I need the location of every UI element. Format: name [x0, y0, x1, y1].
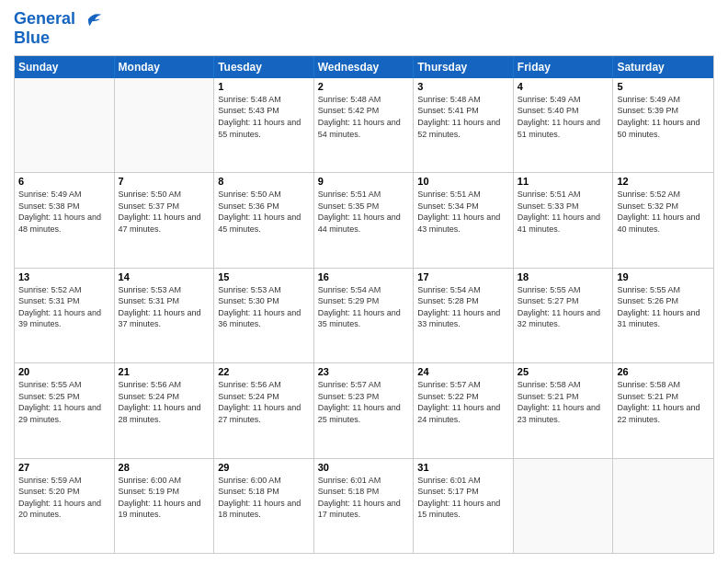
cell-info: Sunrise: 5:53 AM Sunset: 5:31 PM Dayligh… — [119, 284, 210, 330]
cal-cell: 13Sunrise: 5:52 AM Sunset: 5:31 PM Dayli… — [15, 269, 115, 362]
day-of-week-friday: Friday — [514, 56, 614, 78]
week-row-2: 13Sunrise: 5:52 AM Sunset: 5:31 PM Dayli… — [15, 269, 713, 363]
cell-info: Sunrise: 5:55 AM Sunset: 5:27 PM Dayligh… — [518, 284, 609, 330]
day-number: 18 — [518, 271, 609, 282]
logo: General Blue — [14, 9, 103, 48]
day-number: 5 — [617, 81, 710, 92]
cal-cell: 30Sunrise: 6:01 AM Sunset: 5:18 PM Dayli… — [314, 459, 415, 553]
calendar-body: 1Sunrise: 5:48 AM Sunset: 5:43 PM Daylig… — [15, 78, 713, 553]
cal-cell: 1Sunrise: 5:48 AM Sunset: 5:43 PM Daylig… — [214, 78, 314, 172]
day-number: 7 — [119, 176, 210, 187]
cal-cell: 2Sunrise: 5:48 AM Sunset: 5:42 PM Daylig… — [314, 78, 415, 172]
cell-info: Sunrise: 5:50 AM Sunset: 5:37 PM Dayligh… — [119, 189, 210, 235]
week-row-1: 6Sunrise: 5:49 AM Sunset: 5:38 PM Daylig… — [15, 173, 713, 268]
day-number: 22 — [218, 366, 310, 377]
day-of-week-thursday: Thursday — [414, 56, 514, 78]
cal-cell: 17Sunrise: 5:54 AM Sunset: 5:28 PM Dayli… — [414, 269, 514, 362]
day-number: 16 — [318, 271, 410, 282]
cell-info: Sunrise: 5:54 AM Sunset: 5:29 PM Dayligh… — [318, 284, 410, 330]
day-number: 10 — [417, 176, 509, 187]
cell-info: Sunrise: 5:48 AM Sunset: 5:42 PM Dayligh… — [318, 94, 410, 140]
cell-info: Sunrise: 5:49 AM Sunset: 5:38 PM Dayligh… — [18, 189, 110, 235]
logo-general: General — [14, 9, 75, 28]
cal-cell — [613, 459, 713, 553]
cal-cell: 23Sunrise: 5:57 AM Sunset: 5:23 PM Dayli… — [314, 363, 415, 457]
cal-cell: 24Sunrise: 5:57 AM Sunset: 5:22 PM Dayli… — [414, 363, 514, 457]
cal-cell: 5Sunrise: 5:49 AM Sunset: 5:39 PM Daylig… — [613, 78, 713, 172]
day-number: 13 — [18, 271, 110, 282]
day-number: 23 — [318, 366, 410, 377]
cal-cell: 16Sunrise: 5:54 AM Sunset: 5:29 PM Dayli… — [314, 269, 415, 362]
cell-info: Sunrise: 5:52 AM Sunset: 5:31 PM Dayligh… — [18, 284, 110, 330]
cal-cell: 9Sunrise: 5:51 AM Sunset: 5:35 PM Daylig… — [314, 173, 415, 267]
cal-cell: 10Sunrise: 5:51 AM Sunset: 5:34 PM Dayli… — [414, 173, 514, 267]
day-number: 24 — [417, 366, 509, 377]
cal-cell: 19Sunrise: 5:55 AM Sunset: 5:26 PM Dayli… — [613, 269, 713, 362]
cal-cell: 21Sunrise: 5:56 AM Sunset: 5:24 PM Dayli… — [115, 363, 215, 457]
header: General Blue — [14, 9, 714, 48]
day-number: 8 — [218, 176, 310, 187]
day-number: 15 — [218, 271, 310, 282]
cell-info: Sunrise: 6:01 AM Sunset: 5:18 PM Dayligh… — [318, 475, 410, 521]
day-number: 4 — [518, 81, 609, 92]
cell-info: Sunrise: 5:49 AM Sunset: 5:40 PM Dayligh… — [518, 94, 609, 140]
day-number: 29 — [218, 462, 310, 473]
cell-info: Sunrise: 5:51 AM Sunset: 5:33 PM Dayligh… — [518, 189, 609, 235]
cell-info: Sunrise: 5:51 AM Sunset: 5:34 PM Dayligh… — [417, 189, 509, 235]
cell-info: Sunrise: 5:57 AM Sunset: 5:22 PM Dayligh… — [417, 379, 509, 425]
day-number: 28 — [119, 462, 210, 473]
day-number: 20 — [18, 366, 110, 377]
cal-cell: 26Sunrise: 5:58 AM Sunset: 5:21 PM Dayli… — [613, 363, 713, 457]
day-number: 12 — [617, 176, 710, 187]
cell-info: Sunrise: 5:55 AM Sunset: 5:25 PM Dayligh… — [18, 379, 110, 425]
day-number: 26 — [617, 366, 710, 377]
day-number: 9 — [318, 176, 410, 187]
cal-cell: 31Sunrise: 6:01 AM Sunset: 5:17 PM Dayli… — [414, 459, 514, 553]
day-number: 1 — [218, 81, 310, 92]
week-row-3: 20Sunrise: 5:55 AM Sunset: 5:25 PM Dayli… — [15, 363, 713, 458]
cal-cell: 11Sunrise: 5:51 AM Sunset: 5:33 PM Dayli… — [514, 173, 614, 267]
cal-cell: 7Sunrise: 5:50 AM Sunset: 5:37 PM Daylig… — [115, 173, 215, 267]
cell-info: Sunrise: 5:55 AM Sunset: 5:26 PM Dayligh… — [617, 284, 710, 330]
cal-cell: 25Sunrise: 5:58 AM Sunset: 5:21 PM Dayli… — [514, 363, 614, 457]
cal-cell: 28Sunrise: 6:00 AM Sunset: 5:19 PM Dayli… — [115, 459, 215, 553]
cal-cell: 15Sunrise: 5:53 AM Sunset: 5:30 PM Dayli… — [214, 269, 314, 362]
day-of-week-wednesday: Wednesday — [314, 56, 415, 78]
cell-info: Sunrise: 5:56 AM Sunset: 5:24 PM Dayligh… — [218, 379, 310, 425]
cell-info: Sunrise: 5:50 AM Sunset: 5:36 PM Dayligh… — [218, 189, 310, 235]
cell-info: Sunrise: 5:48 AM Sunset: 5:43 PM Dayligh… — [218, 94, 310, 140]
cell-info: Sunrise: 6:00 AM Sunset: 5:18 PM Dayligh… — [218, 475, 310, 521]
cal-cell: 14Sunrise: 5:53 AM Sunset: 5:31 PM Dayli… — [115, 269, 215, 362]
cal-cell: 3Sunrise: 5:48 AM Sunset: 5:41 PM Daylig… — [414, 78, 514, 172]
cal-cell: 22Sunrise: 5:56 AM Sunset: 5:24 PM Dayli… — [214, 363, 314, 457]
calendar-header: SundayMondayTuesdayWednesdayThursdayFrid… — [15, 56, 713, 78]
cal-cell — [514, 459, 614, 553]
day-number: 19 — [617, 271, 710, 282]
page: General Blue SundayMondayTuesdayWednesda… — [0, 0, 728, 563]
logo-bird-icon — [83, 9, 103, 29]
day-number: 21 — [119, 366, 210, 377]
day-number: 17 — [417, 271, 509, 282]
cal-cell: 20Sunrise: 5:55 AM Sunset: 5:25 PM Dayli… — [15, 363, 115, 457]
day-of-week-saturday: Saturday — [613, 56, 713, 78]
day-of-week-tuesday: Tuesday — [214, 56, 314, 78]
day-of-week-monday: Monday — [115, 56, 215, 78]
cal-cell: 12Sunrise: 5:52 AM Sunset: 5:32 PM Dayli… — [613, 173, 713, 267]
cell-info: Sunrise: 5:58 AM Sunset: 5:21 PM Dayligh… — [518, 379, 609, 425]
day-number: 11 — [518, 176, 609, 187]
cal-cell: 29Sunrise: 6:00 AM Sunset: 5:18 PM Dayli… — [214, 459, 314, 553]
day-number: 6 — [18, 176, 110, 187]
cal-cell: 8Sunrise: 5:50 AM Sunset: 5:36 PM Daylig… — [214, 173, 314, 267]
cell-info: Sunrise: 5:58 AM Sunset: 5:21 PM Dayligh… — [617, 379, 710, 425]
day-number: 14 — [119, 271, 210, 282]
day-of-week-sunday: Sunday — [15, 56, 115, 78]
day-number: 30 — [318, 462, 410, 473]
cal-cell: 18Sunrise: 5:55 AM Sunset: 5:27 PM Dayli… — [514, 269, 614, 362]
day-number: 25 — [518, 366, 609, 377]
cell-info: Sunrise: 5:48 AM Sunset: 5:41 PM Dayligh… — [417, 94, 509, 140]
calendar: SundayMondayTuesdayWednesdayThursdayFrid… — [14, 55, 714, 554]
cell-info: Sunrise: 5:56 AM Sunset: 5:24 PM Dayligh… — [119, 379, 210, 425]
cal-cell: 27Sunrise: 5:59 AM Sunset: 5:20 PM Dayli… — [15, 459, 115, 553]
logo-blue: Blue — [14, 29, 103, 48]
cell-info: Sunrise: 5:54 AM Sunset: 5:28 PM Dayligh… — [417, 284, 509, 330]
